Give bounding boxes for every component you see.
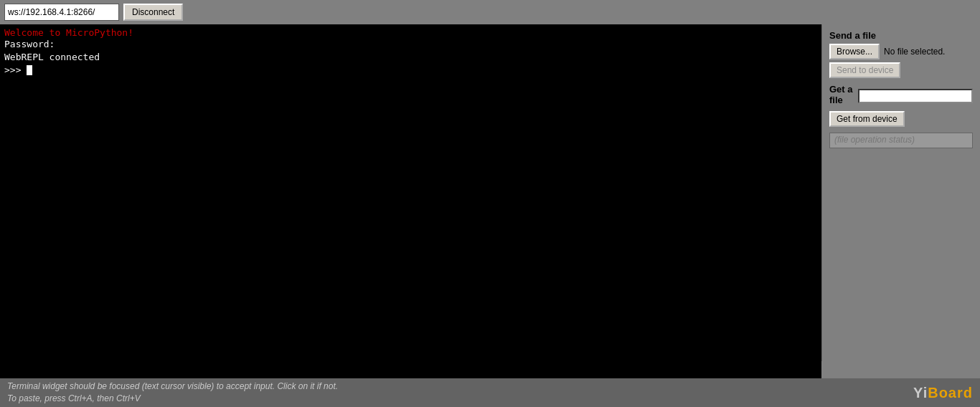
brand-logo: YiBoard	[913, 385, 973, 401]
terminal-line3: WebREPL connected	[4, 51, 817, 64]
brand-yi: Yi	[913, 385, 928, 401]
get-btn-row: Get from device	[829, 111, 973, 127]
disconnect-button[interactable]: Disconnect	[123, 4, 183, 21]
hint-line1: Terminal widget should be focused (text …	[7, 381, 338, 391]
get-file-row: Get a file	[829, 84, 973, 108]
terminal[interactable]: Welcome to MicroPython! Password: WebREP…	[0, 24, 821, 378]
send-to-device-button[interactable]: Send to device	[829, 62, 900, 78]
hint-text: Terminal widget should be focused (text …	[7, 380, 338, 405]
browse-button[interactable]: Browse...	[829, 44, 880, 59]
no-file-label: No file selected.	[884, 47, 945, 57]
get-from-device-button[interactable]: Get from device	[829, 111, 905, 127]
terminal-prompt: >>>	[4, 64, 817, 77]
send-btn-row: Send to device	[829, 62, 973, 78]
get-file-input[interactable]	[858, 89, 973, 103]
file-operation-status: (file operation status)	[829, 133, 973, 148]
send-file-section: Send a file Browse... No file selected. …	[829, 30, 973, 78]
top-bar: Disconnect	[0, 0, 980, 24]
terminal-cursor	[27, 65, 32, 75]
terminal-line2: Password:	[4, 38, 817, 51]
get-section-title: Get a file	[829, 84, 854, 105]
sidebar: Send a file Browse... No file selected. …	[822, 24, 980, 378]
send-section-title: Send a file	[829, 30, 973, 41]
brand-board: Board	[928, 385, 973, 401]
get-file-section: Get a file Get from device	[829, 84, 973, 127]
main-layout: Welcome to MicroPython! Password: WebREP…	[0, 24, 980, 378]
hint-line2: To paste, press Ctrl+A, then Ctrl+V	[7, 393, 141, 403]
terminal-welcome-line: Welcome to MicroPython!	[4, 27, 817, 38]
bottom-bar: Terminal widget should be focused (text …	[0, 378, 980, 407]
url-input[interactable]	[4, 4, 119, 21]
browse-row: Browse... No file selected.	[829, 44, 973, 59]
